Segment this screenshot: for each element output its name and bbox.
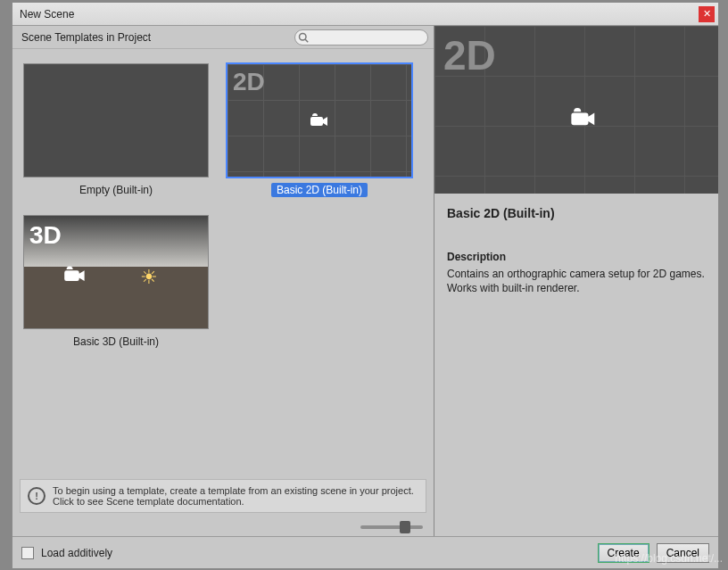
description-text: Contains an orthographic camera setup fo…	[447, 267, 706, 295]
close-button[interactable]: ✕	[699, 6, 715, 22]
template-thumbnail: 3D ☀	[23, 215, 209, 329]
preview-details: Basic 2D (Built-in) Description Contains…	[434, 194, 718, 308]
camera-icon	[310, 113, 329, 128]
camera-icon	[570, 108, 597, 128]
info-icon: !	[28, 487, 46, 505]
templates-header-label: Scene Templates in Project	[21, 31, 151, 44]
info-text: To begin using a template, create a temp…	[53, 485, 414, 507]
zoom-thumb-icon	[400, 521, 410, 533]
preview-thumbnail: 2D	[434, 26, 718, 194]
search-input[interactable]	[294, 29, 428, 45]
svg-line-1	[305, 39, 308, 42]
template-empty[interactable]: Empty (Built-in)	[23, 63, 209, 197]
window-title: New Scene	[20, 8, 699, 21]
dialog-footer: Load additively Create Cancel	[12, 536, 718, 568]
template-basic-2d[interactable]: 2D Basic 2D (Built-in)	[227, 63, 412, 197]
dialog-body: Scene Templates in Project Empty (Built-…	[12, 26, 718, 568]
template-label: Empty (Built-in)	[74, 183, 158, 197]
info-banner[interactable]: ! To begin using a template, create a te…	[20, 479, 426, 513]
sun-icon: ☀	[140, 266, 158, 289]
close-icon: ✕	[703, 9, 711, 19]
search-icon	[298, 32, 309, 43]
template-thumbnail	[23, 63, 209, 178]
info-line2: Click to see Scene template documentatio…	[53, 496, 414, 507]
info-line1: To begin using a template, create a temp…	[53, 485, 414, 496]
template-label: Basic 3D (Built-in)	[68, 335, 164, 349]
templates-grid: Empty (Built-in) 2D Basic 2D (Built-in)	[12, 49, 434, 475]
template-thumbnail: 2D	[227, 63, 412, 178]
templates-header: Scene Templates in Project	[12, 26, 434, 49]
thumb-2d-label-icon: 2D	[233, 68, 265, 96]
ground-plane-icon	[24, 267, 208, 328]
search-wrap	[158, 29, 428, 45]
thumb-3d-label-icon: 3D	[29, 221, 62, 250]
preview-panel: 2D Basic 2D (Built-in) Description Conta…	[434, 26, 718, 536]
cancel-button[interactable]: Cancel	[657, 543, 709, 563]
template-label: Basic 2D (Built-in)	[271, 183, 368, 197]
camera-icon	[63, 266, 87, 284]
svg-point-0	[300, 33, 307, 40]
preview-title: Basic 2D (Built-in)	[447, 206, 706, 220]
main-split: Scene Templates in Project Empty (Built-…	[12, 26, 718, 536]
description-heading: Description	[447, 251, 706, 263]
titlebar: New Scene ✕	[12, 3, 718, 26]
load-additively-label: Load additively	[41, 547, 591, 559]
zoom-slider[interactable]	[360, 525, 423, 529]
create-button[interactable]: Create	[598, 543, 649, 563]
templates-panel: Scene Templates in Project Empty (Built-…	[12, 26, 434, 536]
preview-2d-label-icon: 2D	[443, 31, 496, 79]
load-additively-checkbox[interactable]	[21, 547, 34, 559]
template-basic-3d[interactable]: 3D ☀ Basic 3D (Built-in)	[23, 215, 209, 349]
new-scene-dialog: New Scene ✕ Scene Templates in Project	[12, 2, 719, 569]
zoom-row	[12, 518, 434, 536]
